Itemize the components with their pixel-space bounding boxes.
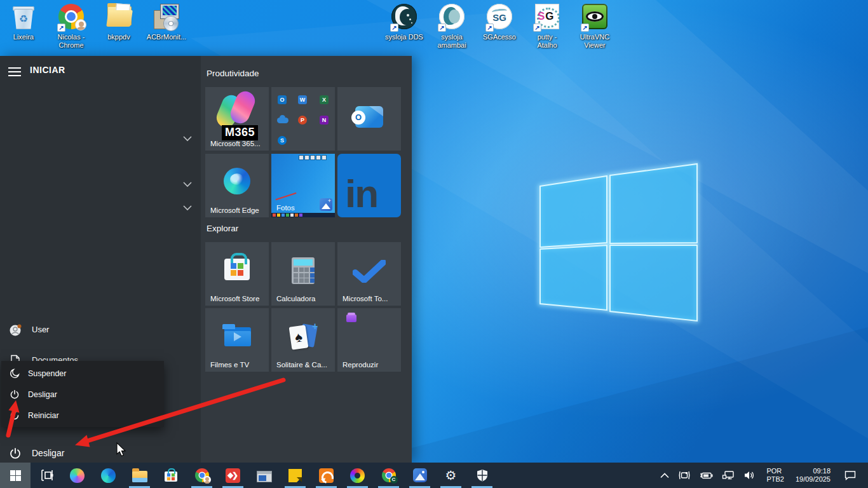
start-menu-panel: INICIAR User Documentos Desligar Produti…	[0, 56, 412, 463]
tile-label: Microsoft Store	[210, 295, 259, 302]
cast-media-icon	[346, 315, 356, 322]
taskbar-sticky-notes-button[interactable]	[280, 463, 311, 488]
taskbar-remote-access-button[interactable]	[217, 463, 248, 488]
taskbar-security-button[interactable]	[466, 463, 498, 488]
restart-icon	[10, 410, 20, 421]
powerpoint-mini-icon: P	[298, 116, 307, 125]
todo-check-icon	[353, 260, 386, 283]
tile-solitaire[interactable]: ♠ + Solitaire & Ca...	[271, 308, 335, 372]
speaker-icon	[743, 470, 756, 480]
excel-mini-icon: X	[320, 95, 329, 104]
power-icon	[9, 447, 22, 460]
profile-avatar	[75, 19, 86, 30]
taskbar-settings-button[interactable]: ⚙	[435, 463, 466, 488]
shortcut-arrow-icon: ↗	[581, 24, 589, 32]
tile-filmes-e-tv[interactable]: Filmes e TV	[205, 308, 269, 372]
taskbar-app-window-button[interactable]	[248, 463, 280, 488]
moon-icon	[10, 369, 20, 379]
windows-logo-icon	[10, 470, 21, 481]
tray-vnc-button[interactable]	[674, 463, 695, 488]
desktop-icon-bkppdv[interactable]: bkppdv	[95, 3, 143, 41]
taskbar-chrome-button[interactable]	[186, 463, 217, 488]
tile-microsoft-todo[interactable]: Microsoft To...	[337, 242, 401, 306]
clock-date: 19/09/2025	[796, 475, 831, 483]
tile-microsoft-365[interactable]: M365 Microsoft 365...	[205, 87, 269, 151]
tile-office-apps[interactable]: O W X P N S	[271, 87, 335, 151]
taskbar-chrome-profile-button[interactable]: C	[373, 463, 404, 488]
store-bag-icon	[224, 259, 250, 280]
desktop-icon-acbrmonitor[interactable]: ACBrMonit...	[142, 3, 191, 41]
clock-time: 09:18	[813, 467, 831, 475]
desktop-icon-putty[interactable]: SG ↗ putty -Atalho	[523, 3, 571, 50]
linkedin-logo: in	[345, 171, 377, 216]
system-tray: POR PTB2 09:18 19/09/2025	[656, 463, 864, 488]
tile-label: Microsoft Edge	[210, 207, 259, 214]
calculator-icon	[292, 257, 315, 284]
chevron-down-icon[interactable]	[183, 205, 192, 211]
start-rail-user[interactable]: User	[0, 318, 163, 343]
tray-clock[interactable]: 09:18 19/09/2025	[790, 463, 836, 488]
remote-access-icon	[226, 468, 240, 483]
skype-mini-icon: S	[278, 136, 287, 145]
tray-battery-button[interactable]	[695, 463, 717, 488]
desktop-icon-sysloja-dds[interactable]: ↗ sysloja DDS	[380, 3, 428, 41]
edge-logo-icon	[224, 168, 250, 194]
taskbar-store-button[interactable]	[155, 463, 186, 488]
recycle-bin-icon: ♻	[8, 3, 39, 32]
desktop-icon-sgacesso[interactable]: SG ↗ SGAcesso	[475, 3, 524, 41]
taskbar-orange-app-button[interactable]	[311, 463, 342, 488]
tile-microsoft-edge[interactable]: Microsoft Edge	[205, 154, 269, 217]
tray-volume-button[interactable]	[739, 463, 761, 488]
tile-label: Calculadora	[276, 295, 315, 302]
hamburger-menu-icon[interactable]	[8, 67, 21, 76]
orange-swirl-icon	[319, 468, 334, 483]
m365-badge: M365	[222, 125, 258, 140]
power-menu-suspend[interactable]: Suspender	[1, 363, 164, 384]
desktop-icon-sysloja-amambai[interactable]: ↗ syslojaamambai	[428, 3, 476, 50]
tile-microsoft-store[interactable]: Microsoft Store	[205, 242, 269, 306]
tile-reproduzir[interactable]: Reproduzir	[337, 308, 401, 372]
task-view-icon	[39, 468, 54, 483]
taskbar-file-explorer-button[interactable]	[124, 463, 155, 488]
power-menu-shutdown[interactable]: Desligar	[1, 384, 164, 405]
app-window-icon	[257, 471, 272, 482]
power-icon	[10, 390, 20, 400]
photos-icon	[413, 468, 427, 482]
ultravnc-eye-icon: ↗	[580, 3, 610, 32]
desktop-icon-ultravnc[interactable]: ↗ UltraVNCViewer	[571, 3, 619, 50]
tray-network-button[interactable]	[717, 463, 739, 488]
user-label: User	[32, 325, 49, 334]
desktop-icon-nicolas-chrome[interactable]: ↗ Nicolas -Chrome	[47, 3, 95, 50]
tile-calculadora[interactable]: Calculadora	[271, 242, 335, 306]
taskbar-edge-button[interactable]	[93, 463, 124, 488]
tile-fotos[interactable]: Fotos	[271, 154, 335, 217]
chevron-down-icon[interactable]	[183, 182, 192, 187]
tile-linkedin[interactable]: in	[337, 154, 401, 217]
shortcut-arrow-icon: ↗	[533, 24, 541, 32]
taskbar-color-wheel-button[interactable]	[342, 463, 373, 488]
shortcut-arrow-icon: ↗	[390, 24, 398, 32]
tile-outlook[interactable]	[337, 87, 401, 151]
taskbar-task-view-button[interactable]	[31, 463, 62, 488]
sysloja-amambai-icon: ↗	[437, 3, 467, 32]
sgacesso-icon: SG ↗	[484, 3, 515, 32]
keyboard-layout: PTB2	[766, 475, 784, 483]
action-center-button[interactable]	[836, 463, 864, 488]
power-label: Desligar	[32, 448, 64, 458]
start-menu-title: INICIAR	[30, 65, 65, 75]
taskbar-photos-button[interactable]	[404, 463, 435, 488]
microsoft-store-icon	[165, 471, 177, 482]
tile-group-title: Produtividade	[207, 69, 259, 78]
tray-hidden-icons-button[interactable]	[656, 463, 674, 488]
power-menu-restart[interactable]: Reiniciar	[1, 405, 164, 426]
word-mini-icon: W	[298, 95, 307, 104]
chrome-profile-icon: ↗	[56, 3, 86, 32]
tray-language-indicator[interactable]: POR PTB2	[761, 463, 790, 488]
shield-icon	[475, 468, 490, 483]
desktop-icon-recycle-bin[interactable]: ♻ Lixeira	[0, 3, 48, 41]
taskbar-copilot-button[interactable]	[62, 463, 93, 488]
tile-label: Microsoft 365...	[210, 140, 261, 147]
chevron-down-icon[interactable]	[183, 136, 192, 142]
tile-label: Fotos	[276, 204, 295, 212]
start-button[interactable]	[0, 463, 31, 488]
